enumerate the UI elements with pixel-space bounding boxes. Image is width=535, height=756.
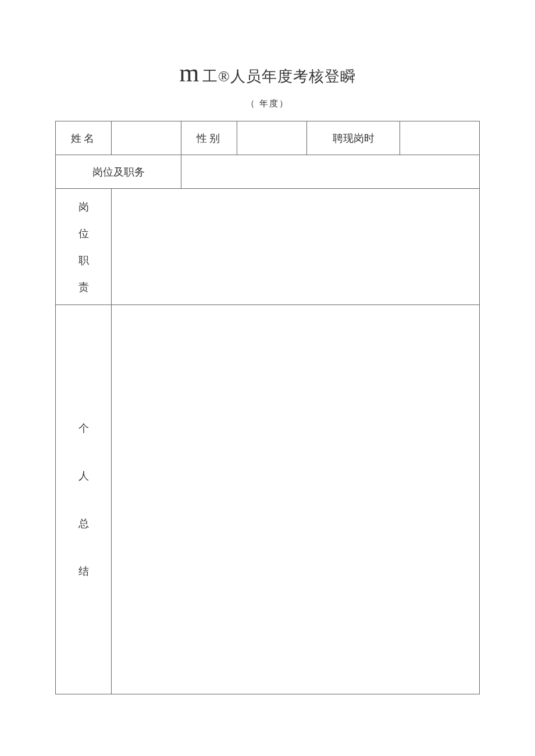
table-row: 姓名 性别 聘现岗时: [56, 121, 480, 155]
duties-label: 岗 位 职 责: [56, 189, 112, 305]
document-title: m 工®人员年度考核登瞬: [55, 58, 480, 88]
hire-time-value: [400, 121, 480, 155]
position-label: 岗位及职务: [56, 155, 181, 189]
table-row: 岗 位 职 责: [56, 189, 480, 305]
summary-label: 个 人 总 结: [56, 305, 112, 694]
gender-value: [237, 121, 307, 155]
name-value: [112, 121, 181, 155]
table-row: 个 人 总 结: [56, 305, 480, 694]
summary-value: [112, 305, 480, 694]
table-row: 岗位及职务: [56, 155, 480, 189]
summary-label-text: 个 人 总 结: [56, 305, 111, 694]
page-container: m 工®人员年度考核登瞬 （ 年度） 姓名 性别 聘现岗时 岗位及职务: [0, 0, 535, 729]
gender-label: 性别: [181, 121, 237, 155]
position-value: [181, 155, 480, 189]
document-subtitle: （ 年度）: [55, 98, 480, 109]
title-text: 工®人员年度考核登瞬: [198, 68, 355, 85]
duties-value: [112, 189, 480, 305]
hire-time-label: 聘现岗时: [307, 121, 400, 155]
assessment-form-table: 姓名 性别 聘现岗时 岗位及职务 岗 位 职 责: [55, 121, 480, 694]
name-label: 姓名: [56, 121, 112, 155]
title-prefix: m: [179, 59, 198, 87]
duties-label-text: 岗 位 职 责: [56, 189, 111, 304]
